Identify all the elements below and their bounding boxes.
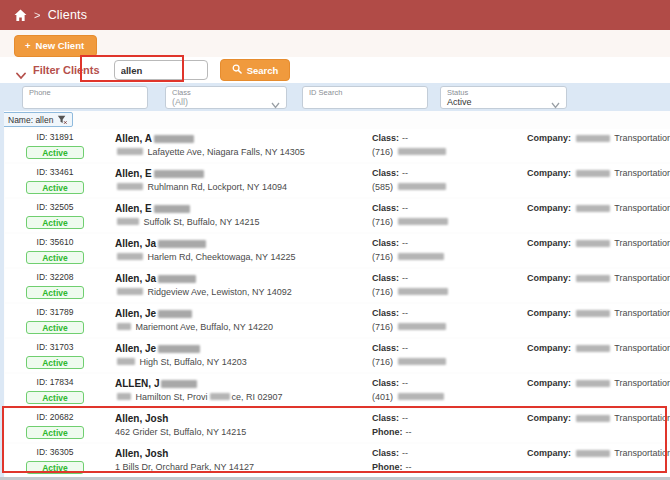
status-badge: Active: [26, 146, 84, 159]
client-id: ID: 20682: [25, 412, 85, 422]
id-search-field[interactable]: ID Search: [302, 86, 428, 109]
collapse-chevron-icon[interactable]: [16, 66, 26, 74]
client-address: Suffolk St, Buffalo, NY 14215: [115, 217, 260, 227]
client-id: ID: 31703: [25, 342, 85, 352]
status-badge: Active: [26, 181, 84, 194]
client-phone: (716): [372, 217, 450, 227]
remove-filter-funnel-icon[interactable]: [57, 115, 67, 125]
redacted-text: [210, 393, 230, 400]
client-company: Company: Transportation: [527, 378, 670, 388]
client-name: Allen, Ja: [115, 238, 208, 249]
client-company: Company: Transportation: [527, 238, 670, 248]
status-badge: Active: [26, 391, 84, 404]
client-class: Class:--: [372, 308, 408, 318]
redacted-text: [117, 288, 143, 295]
client-id: ID: 32505: [25, 202, 85, 212]
client-address: 1 Bills Dr, Orchard Park, NY 14127: [115, 462, 254, 472]
new-client-button[interactable]: + New Client: [14, 35, 97, 57]
client-name: Allen, Je: [115, 343, 202, 354]
status-badge: Active: [26, 321, 84, 334]
client-row[interactable]: ID: 32505 Active Allen, E Suffolk St, Bu…: [5, 199, 670, 232]
client-row[interactable]: ID: 36305 Active Allen, Josh 1 Bills Dr,…: [5, 444, 670, 477]
client-row[interactable]: ID: 35610 Active Allen, Ja Harlem Rd, Ch…: [5, 234, 670, 267]
client-phone: (716): [372, 147, 448, 157]
page-title: Clients: [48, 8, 88, 22]
client-address: Lafayette Ave, Niagara Falls, NY 14305: [115, 147, 305, 157]
client-row[interactable]: ID: 31891 Active Allen, A Lafayette Ave,…: [5, 129, 670, 162]
redacted-text: [576, 345, 610, 352]
redacted-text: [158, 345, 200, 353]
client-class: Class:--: [372, 273, 408, 283]
client-id-column: ID: 32505 Active: [25, 202, 85, 230]
status-badge: Active: [26, 251, 84, 264]
redacted-text: [117, 323, 131, 330]
filter-section-title[interactable]: Filter Clients: [33, 64, 100, 76]
client-list: ID: 31891 Active Allen, A Lafayette Ave,…: [0, 129, 670, 477]
client-id: ID: 17834: [25, 377, 85, 387]
toolbar: + New Client: [0, 30, 670, 57]
client-phone: Phone:--: [372, 427, 412, 437]
status-selected-value: Active: [447, 97, 560, 107]
client-name: Allen, Josh: [115, 448, 168, 459]
client-id: ID: 31891: [25, 132, 85, 142]
name-filter-chip[interactable]: Name: allen: [2, 112, 73, 127]
client-row[interactable]: ID: 31789 Active Allen, Je Mariemont Ave…: [5, 304, 670, 337]
redacted-text: [398, 323, 446, 330]
redacted-text: [117, 148, 143, 155]
active-filters-row: Name: allen: [0, 111, 670, 129]
name-filter-chip-label: Name: allen: [8, 115, 53, 125]
client-address: Mariemont Ave, Buffalo, NY 14220: [115, 322, 273, 332]
client-phone: (716): [372, 287, 450, 297]
redacted-text: [398, 183, 446, 190]
redacted-text: [398, 288, 448, 295]
client-id-column: ID: 17834 Active: [25, 377, 85, 405]
search-button[interactable]: Search: [220, 59, 291, 81]
class-filter-select[interactable]: Class (All): [165, 86, 287, 109]
client-id-column: ID: 32208 Active: [25, 272, 85, 300]
client-phone: Phone:--: [372, 462, 412, 472]
client-name: Allen, E: [115, 203, 192, 214]
client-id: ID: 31789: [25, 307, 85, 317]
home-icon[interactable]: [14, 9, 27, 22]
status-field-label: Status: [447, 88, 560, 97]
phone-filter-field[interactable]: Phone: [22, 86, 148, 109]
client-name: ALLEN, J: [115, 378, 199, 389]
client-name: Allen, Josh: [115, 413, 168, 424]
client-address: Ridgeview Ave, Lewiston, NY 14092: [115, 287, 292, 297]
client-phone: (401): [372, 392, 446, 402]
id-search-label: ID Search: [309, 88, 421, 97]
client-id-column: ID: 31891 Active: [25, 132, 85, 160]
client-company: Company: Transportation: [527, 343, 670, 353]
chevron-down-icon: [551, 95, 560, 102]
client-row[interactable]: ID: 20682 Active Allen, Josh 462 Grider …: [5, 409, 670, 442]
name-search-input[interactable]: [114, 60, 208, 80]
client-phone: (716): [372, 322, 448, 332]
client-name: Allen, Je: [115, 308, 194, 319]
client-id: ID: 33461: [25, 167, 85, 177]
client-class: Class:--: [372, 238, 408, 248]
redacted-text: [576, 170, 610, 177]
redacted-text: [398, 148, 446, 155]
client-id-column: ID: 36305 Active: [25, 447, 85, 475]
client-row[interactable]: ID: 32208 Active Allen, Ja Ridgeview Ave…: [5, 269, 670, 302]
client-address: High St, Buffalo, NY 14203: [115, 357, 247, 367]
new-client-label: New Client: [36, 40, 85, 51]
client-address: Ruhlmann Rd, Lockport, NY 14094: [115, 182, 287, 192]
client-phone: (716): [372, 252, 446, 262]
redacted-text: [154, 170, 204, 178]
redacted-text: [154, 135, 194, 143]
client-row[interactable]: ID: 33461 Active Allen, E Ruhlmann Rd, L…: [5, 164, 670, 197]
client-row[interactable]: ID: 17834 Active ALLEN, J Hamilton St, P…: [5, 374, 670, 407]
client-class: Class:--: [372, 343, 408, 353]
client-address: Harlem Rd, Cheektowaga, NY 14225: [115, 252, 295, 262]
client-class: Class:--: [372, 413, 408, 423]
status-filter-select[interactable]: Status Active: [440, 86, 567, 109]
redacted-text: [161, 380, 197, 388]
status-badge: Active: [26, 461, 84, 474]
client-phone: (716): [372, 357, 448, 367]
client-name: Allen, E: [115, 168, 206, 179]
client-row[interactable]: ID: 31703 Active Allen, Je High St, Buff…: [5, 339, 670, 372]
redacted-text: [158, 240, 206, 248]
redacted-text: [576, 450, 610, 457]
redacted-text: [154, 205, 190, 213]
